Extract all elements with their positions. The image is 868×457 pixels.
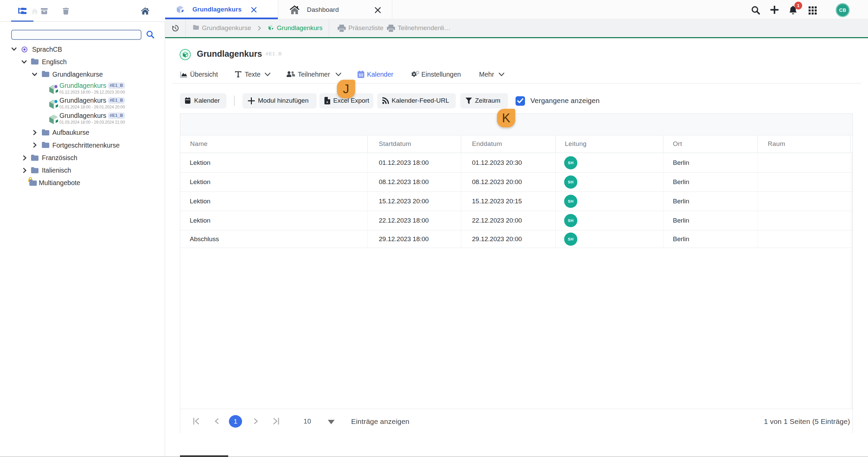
svg-text:x: x — [326, 100, 328, 104]
